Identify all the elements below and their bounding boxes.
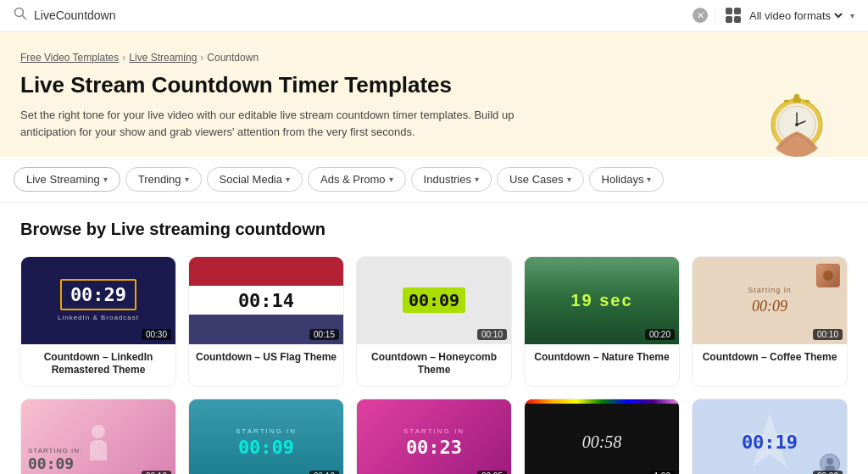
nav-ads-promo[interactable]: Ads & Promo ▾ bbox=[308, 167, 406, 192]
chevron-down-icon: ▾ bbox=[286, 175, 290, 184]
search-clear-button[interactable]: ✕ bbox=[693, 8, 708, 23]
banner-image bbox=[746, 64, 848, 157]
banner-content: Free Video Templates › Live Streaming › … bbox=[20, 52, 746, 157]
grid-view-icon bbox=[726, 8, 741, 23]
search-icon bbox=[14, 7, 27, 24]
countdown-display: 00:58 bbox=[582, 432, 622, 452]
card-thumb-row2-4: 00:58 1:00 bbox=[525, 399, 679, 474]
time-badge: 00:10 bbox=[813, 329, 843, 340]
search-bar: ✕ All video formats ▾ bbox=[0, 0, 868, 31]
card-thumb-usflag: 00:14 00:15 bbox=[189, 257, 343, 343]
format-select[interactable]: All video formats bbox=[746, 8, 845, 23]
card-label: Countdown – Coffee Theme bbox=[693, 344, 847, 373]
countdown-display: 00:09 bbox=[28, 454, 74, 472]
banner-description: Set the right tone for your live video w… bbox=[20, 107, 546, 140]
card-thumb-row2-2: STARTING IN 00:09 00:10 bbox=[189, 399, 343, 474]
template-card-row2-2[interactable]: STARTING IN 00:09 00:10 bbox=[188, 399, 344, 474]
chevron-down-icon: ▾ bbox=[103, 175, 108, 184]
nav-use-cases[interactable]: Use Cases ▾ bbox=[497, 167, 584, 192]
nav-holidays[interactable]: Holidays ▾ bbox=[589, 167, 665, 192]
countdown-display: 00:23 bbox=[406, 437, 462, 458]
time-badge: 00:30 bbox=[142, 329, 171, 340]
svg-rect-9 bbox=[794, 94, 799, 99]
banner: Free Video Templates › Live Streaming › … bbox=[0, 31, 868, 157]
time-badge: 00:20 bbox=[813, 471, 843, 474]
template-card-linkedin[interactable]: 00:29 LinkedIn & Broadcast 00:30 Countdo… bbox=[20, 256, 176, 387]
nav-trending[interactable]: Trending ▾ bbox=[125, 167, 202, 192]
nav-bar: Live Streaming ▾ Trending ▾ Social Media… bbox=[0, 157, 868, 203]
card-thumb-coffee: Starting in 00:09 00:10 bbox=[693, 257, 847, 343]
card-thumb-row2-3: STARTING IN 00:23 00:25 bbox=[357, 399, 511, 474]
chevron-down-icon: ▾ bbox=[475, 175, 479, 184]
time-badge: 00:15 bbox=[309, 329, 339, 340]
template-card-row2-3[interactable]: STARTING IN 00:23 00:25 bbox=[356, 399, 512, 474]
countdown-display: 00:19 bbox=[742, 432, 798, 453]
card-label: Countdown – Nature Theme bbox=[525, 344, 679, 373]
card-label: Countdown – Honeycomb Theme bbox=[357, 344, 511, 386]
card-thumb-honeycomb: 00:09 00:10 bbox=[357, 257, 511, 343]
card-label: Countdown – US Flag Theme bbox=[189, 344, 343, 373]
nav-industries[interactable]: Industries ▾ bbox=[411, 167, 492, 192]
breadcrumb-free-templates[interactable]: Free Video Templates bbox=[20, 52, 119, 64]
chevron-down-icon: ▾ bbox=[567, 175, 571, 184]
time-badge: 00:25 bbox=[477, 471, 507, 474]
template-card-honeycomb[interactable]: 00:09 00:10 Countdown – Honeycomb Theme bbox=[356, 256, 512, 387]
template-card-row2-5[interactable]: 00:19 00:20 bbox=[692, 399, 848, 474]
browse-section: Browse by Live streaming countdown 00:29… bbox=[0, 203, 868, 474]
template-card-nature[interactable]: 19 sec 00:20 Countdown – Nature Theme bbox=[524, 256, 680, 387]
page-title: Live Stream Countdown Timer Templates bbox=[20, 72, 746, 98]
countdown-display: 00:09 bbox=[752, 298, 787, 315]
card-thumb-linkedin: 00:29 LinkedIn & Broadcast 00:30 bbox=[21, 257, 175, 343]
svg-rect-10 bbox=[784, 100, 789, 103]
svg-rect-11 bbox=[804, 100, 810, 103]
chevron-down-icon: ▾ bbox=[647, 175, 651, 184]
breadcrumb-sep-2: › bbox=[200, 52, 203, 64]
card-thumb-row2-1: STARTING IN: 00:09 00:10 bbox=[21, 399, 175, 474]
countdown-display: 19 sec bbox=[570, 291, 632, 310]
card-thumb-nature: 19 sec 00:20 bbox=[525, 257, 679, 343]
breadcrumb-live-streaming[interactable]: Live Streaming bbox=[129, 52, 197, 64]
breadcrumb: Free Video Templates › Live Streaming › … bbox=[20, 52, 746, 64]
template-card-usflag[interactable]: 00:14 00:15 Countdown – US Flag Theme bbox=[188, 256, 344, 387]
countdown-display: 00:14 bbox=[231, 288, 301, 313]
template-grid-row1: 00:29 LinkedIn & Broadcast 00:30 Countdo… bbox=[20, 256, 848, 387]
search-input[interactable] bbox=[34, 8, 686, 22]
chevron-down-icon: ▾ bbox=[389, 175, 393, 184]
time-badge: 00:10 bbox=[477, 329, 507, 340]
card-thumb-row2-5: 00:19 00:20 bbox=[693, 399, 847, 474]
template-card-row2-1[interactable]: STARTING IN: 00:09 00:10 bbox=[20, 399, 176, 474]
chevron-down-icon: ▾ bbox=[185, 175, 189, 184]
time-badge: 1:00 bbox=[650, 471, 675, 474]
browse-title: Browse by Live streaming countdown bbox=[20, 220, 848, 239]
svg-line-1 bbox=[23, 16, 26, 20]
template-card-row2-4[interactable]: 00:58 1:00 bbox=[524, 399, 680, 474]
nav-social-media[interactable]: Social Media ▾ bbox=[207, 167, 303, 192]
countdown-display: 00:09 bbox=[238, 437, 294, 458]
countdown-display: 00:29 bbox=[70, 284, 126, 305]
template-grid-row2: STARTING IN: 00:09 00:10 STARTING IN 00:… bbox=[20, 399, 848, 474]
time-badge: 00:10 bbox=[309, 471, 339, 474]
time-badge: 00:20 bbox=[645, 329, 675, 340]
svg-point-7 bbox=[795, 123, 798, 126]
nav-live-streaming[interactable]: Live Streaming ▾ bbox=[14, 167, 120, 192]
format-select-wrap: All video formats ▾ bbox=[715, 8, 854, 23]
time-badge: 00:10 bbox=[142, 471, 171, 474]
template-card-coffee[interactable]: Starting in 00:09 00:10 Countdown – Coff… bbox=[692, 256, 848, 387]
breadcrumb-current: Countdown bbox=[207, 52, 259, 64]
chevron-down-icon: ▾ bbox=[850, 11, 854, 20]
card-label: Countdown – LinkedIn Remastered Theme bbox=[21, 344, 175, 386]
breadcrumb-sep-1: › bbox=[122, 52, 125, 64]
